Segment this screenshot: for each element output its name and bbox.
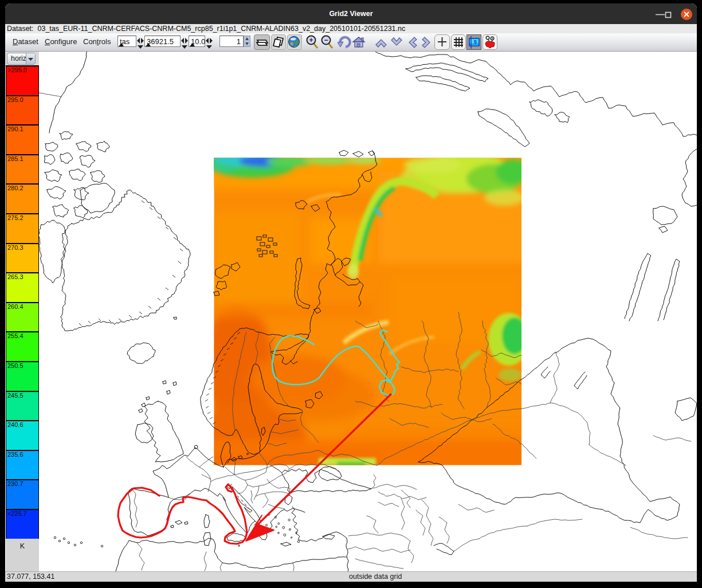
- svg-text:5: 5: [474, 39, 477, 45]
- svg-text:−: −: [324, 36, 328, 44]
- svg-text:+: +: [309, 36, 313, 44]
